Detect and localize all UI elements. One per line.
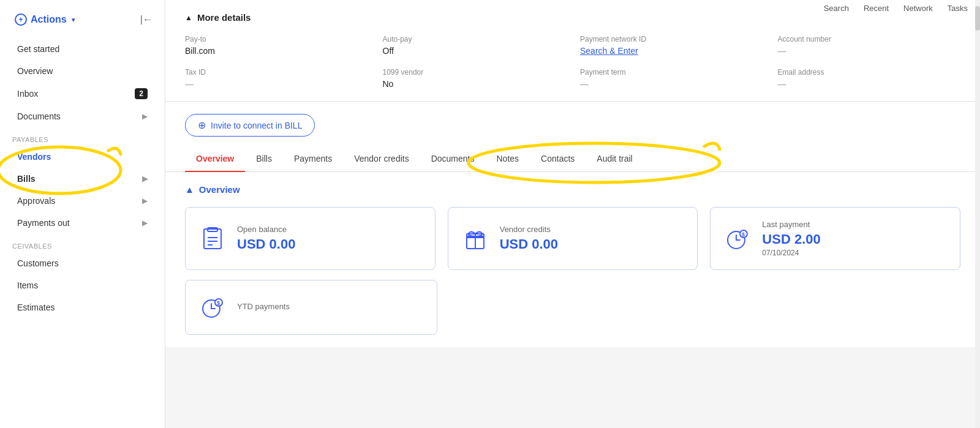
tab-overview[interactable]: Overview — [185, 146, 245, 172]
gift-icon — [461, 224, 490, 253]
nav-item-items[interactable]: Items — [5, 274, 160, 296]
detail-account-number-value: — — [778, 46, 961, 56]
invite-plus-icon: ⊕ — [198, 119, 206, 131]
detail-email-value: — — [778, 79, 961, 89]
vendor-credits-text: Vendor credits USD 0.00 — [500, 225, 558, 252]
detail-tax-id: Tax ID — — [185, 68, 368, 89]
inbox-badge: 2 — [135, 88, 148, 99]
invite-section: ⊕ Invite to connect in BILL — [165, 102, 980, 146]
nav-item-vendors[interactable]: Vendors — [5, 146, 160, 168]
top-nav-recent[interactable]: Recent — [864, 4, 889, 13]
more-details-title: More details — [197, 12, 251, 23]
nav-item-bills[interactable]: Bills ▶ — [5, 168, 160, 190]
vendor-credits-label: Vendor credits — [500, 225, 558, 234]
tab-audit-trail[interactable]: Audit trail — [586, 146, 643, 172]
last-payment-text: Last payment USD 2.00 07/10/2024 — [762, 220, 820, 257]
detail-auto-pay-label: Auto-pay — [383, 35, 566, 43]
payment-icon: $ — [723, 224, 752, 253]
svg-text:$: $ — [742, 231, 745, 238]
top-nav-search[interactable]: Search — [824, 4, 849, 13]
overview-cards-row: Open balance USD 0.00 — [185, 207, 960, 270]
vendor-credits-card: Vendor credits USD 0.00 — [448, 207, 698, 270]
tab-documents[interactable]: Documents — [420, 146, 486, 172]
detail-auto-pay: Auto-pay Off — [383, 35, 566, 56]
last-payment-card: $ Last payment USD 2.00 07/10/2024 — [710, 207, 960, 270]
actions-button[interactable]: + Actions ▼ — [10, 11, 81, 28]
approvals-arrow-icon: ▶ — [142, 197, 148, 205]
receivables-section-label: CEIVABLES — [0, 234, 165, 252]
last-payment-label: Last payment — [762, 220, 820, 229]
scrollbar-thumb[interactable] — [975, 6, 980, 31]
detail-pay-to-value: Bill.com — [185, 46, 368, 56]
tab-vendor-credits[interactable]: Vendor credits — [343, 146, 420, 172]
scrollbar-track — [975, 0, 980, 428]
sidebar: + Actions ▼ |← Get started Overview Inbo… — [0, 0, 165, 428]
detail-email-address: Email address — — [778, 68, 961, 89]
open-balance-label: Open balance — [237, 225, 295, 234]
detail-auto-pay-value: Off — [383, 46, 566, 56]
detail-payment-term-label: Payment term — [580, 68, 763, 77]
nav-item-customers[interactable]: Customers — [5, 252, 160, 274]
detail-1099-label: 1099 vendor — [383, 68, 566, 77]
actions-chevron-icon: ▼ — [70, 17, 77, 23]
overview-chevron-icon: ▲ — [185, 184, 194, 195]
invite-to-connect-button[interactable]: ⊕ Invite to connect in BILL — [185, 114, 315, 137]
ytd-icon: $ — [198, 293, 227, 322]
ytd-payments-text: YTD payments — [237, 302, 290, 313]
open-balance-card: Open balance USD 0.00 — [185, 207, 435, 270]
detail-payment-network-id: Payment network ID Search & Enter — [580, 35, 763, 56]
actions-label: Actions — [31, 14, 67, 25]
top-nav-network[interactable]: Network — [903, 4, 933, 13]
vendors-highlight-wrapper: Vendors Bills ▶ — [0, 146, 165, 190]
nav-item-approvals[interactable]: Approvals ▶ — [5, 190, 160, 212]
details-grid: Pay-to Bill.com Auto-pay Off Payment net… — [185, 35, 960, 89]
balance-icon — [198, 224, 227, 253]
documents-arrow-icon: ▶ — [142, 112, 148, 121]
tabs-bar: Overview Bills Payments Vendor credits D… — [165, 146, 980, 172]
detail-network-id-value[interactable]: Search & Enter — [580, 46, 763, 56]
more-details-chevron-icon: ▲ — [185, 13, 192, 22]
ytd-payments-label: YTD payments — [237, 302, 290, 311]
ytd-payments-card: $ YTD payments — [185, 280, 437, 335]
detail-account-number: Account number — — [778, 35, 961, 56]
payables-section-label: PAYABLES — [0, 127, 165, 146]
detail-pay-to-label: Pay-to — [185, 35, 368, 43]
nav-item-get-started[interactable]: Get started — [5, 38, 160, 60]
detail-tax-id-value: — — [185, 79, 368, 89]
detail-tax-id-label: Tax ID — [185, 68, 368, 77]
nav-item-inbox[interactable]: Inbox 2 — [5, 82, 160, 105]
detail-1099-value: No — [383, 79, 566, 89]
detail-network-id-label: Payment network ID — [580, 35, 763, 43]
nav-item-overview[interactable]: Overview — [5, 60, 160, 82]
detail-1099-vendor: 1099 vendor No — [383, 68, 566, 89]
nav-item-documents[interactable]: Documents ▶ — [5, 105, 160, 127]
detail-account-number-label: Account number — [778, 35, 961, 43]
invite-button-label: Invite to connect in BILL — [211, 121, 302, 130]
top-nav-tasks[interactable]: Tasks — [948, 4, 968, 13]
tabs-container: Overview Bills Payments Vendor credits D… — [165, 146, 980, 172]
tab-notes[interactable]: Notes — [486, 146, 530, 172]
open-balance-value: USD 0.00 — [237, 236, 295, 252]
top-nav: Search Recent Network Tasks — [824, 0, 968, 17]
tab-bills[interactable]: Bills — [245, 146, 283, 172]
tab-contacts[interactable]: Contacts — [530, 146, 586, 172]
collapse-sidebar-button[interactable]: |← — [138, 12, 155, 28]
overview-section: ▲ Overview — [165, 172, 980, 347]
sidebar-header: + Actions ▼ |← — [0, 6, 165, 38]
svg-text:$: $ — [217, 300, 220, 306]
detail-payment-term: Payment term — — [580, 68, 763, 89]
overview-title: Overview — [199, 184, 240, 195]
main-content: Search Recent Network Tasks ▲ More detai… — [165, 0, 980, 428]
detail-pay-to: Pay-to Bill.com — [185, 35, 368, 56]
nav-item-payments-out[interactable]: Payments out ▶ — [5, 212, 160, 234]
overview-section-header: ▲ Overview — [185, 184, 960, 195]
detail-payment-term-value: — — [580, 79, 763, 89]
last-payment-value: USD 2.00 — [762, 231, 820, 247]
last-payment-date: 07/10/2024 — [762, 249, 820, 257]
bills-arrow-icon: ▶ — [142, 175, 148, 183]
vendor-credits-value: USD 0.00 — [500, 236, 558, 252]
nav-item-estimates[interactable]: Estimates — [5, 296, 160, 318]
open-balance-text: Open balance USD 0.00 — [237, 225, 295, 252]
tab-payments[interactable]: Payments — [283, 146, 343, 172]
payments-out-arrow-icon: ▶ — [142, 219, 148, 227]
